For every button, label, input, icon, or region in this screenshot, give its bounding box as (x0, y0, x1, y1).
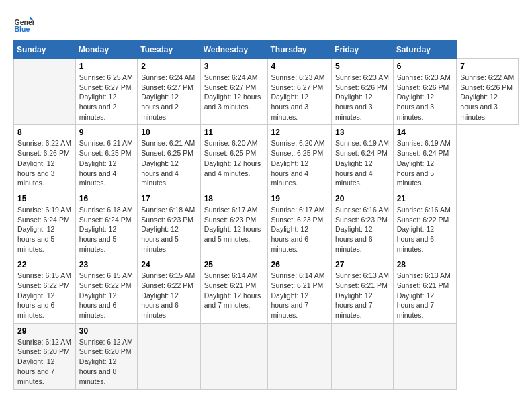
day-number: 3 (204, 62, 264, 71)
day-number: 10 (141, 128, 196, 137)
calendar-cell: 20Sunrise: 6:16 AMSunset: 6:23 PMDayligh… (332, 191, 394, 257)
calendar-cell: 21Sunrise: 6:16 AMSunset: 6:22 PMDayligh… (393, 191, 457, 257)
calendar-cell: 4Sunrise: 6:23 AMSunset: 6:27 PMDaylight… (267, 59, 332, 125)
day-info: Sunrise: 6:14 AMSunset: 6:21 PMDaylight:… (204, 271, 264, 310)
calendar-cell: 25Sunrise: 6:14 AMSunset: 6:21 PMDayligh… (200, 257, 267, 323)
calendar-cell: 7Sunrise: 6:22 AMSunset: 6:26 PMDaylight… (457, 59, 519, 125)
day-number: 2 (141, 62, 196, 71)
day-number: 16 (79, 194, 134, 203)
day-info: Sunrise: 6:21 AMSunset: 6:25 PMDaylight:… (141, 138, 196, 187)
day-number: 25 (204, 260, 264, 269)
calendar-cell: 26Sunrise: 6:14 AMSunset: 6:21 PMDayligh… (267, 257, 332, 323)
day-info: Sunrise: 6:12 AMSunset: 6:20 PMDaylight:… (79, 337, 134, 386)
weekday-header-wednesday: Wednesday (200, 41, 267, 59)
calendar-cell: 8Sunrise: 6:22 AMSunset: 6:26 PMDaylight… (14, 125, 76, 191)
calendar-cell-empty (14, 59, 76, 125)
day-number: 13 (335, 128, 390, 137)
day-number: 22 (17, 260, 72, 269)
day-info: Sunrise: 6:19 AMSunset: 6:24 PMDaylight:… (397, 138, 453, 187)
day-info: Sunrise: 6:15 AMSunset: 6:22 PMDaylight:… (141, 271, 196, 320)
day-info: Sunrise: 6:16 AMSunset: 6:23 PMDaylight:… (335, 205, 390, 254)
day-info: Sunrise: 6:22 AMSunset: 6:26 PMDaylight:… (17, 138, 72, 187)
day-number: 21 (397, 194, 453, 203)
day-info: Sunrise: 6:17 AMSunset: 6:23 PMDaylight:… (271, 205, 328, 254)
day-number: 17 (141, 194, 196, 203)
day-info: Sunrise: 6:24 AMSunset: 6:27 PMDaylight:… (204, 73, 264, 112)
calendar-cell: 10Sunrise: 6:21 AMSunset: 6:25 PMDayligh… (138, 125, 200, 191)
calendar-cell: 6Sunrise: 6:23 AMSunset: 6:26 PMDaylight… (393, 59, 457, 125)
calendar-cell (393, 323, 457, 389)
day-info: Sunrise: 6:14 AMSunset: 6:21 PMDaylight:… (271, 271, 328, 320)
calendar-cell: 28Sunrise: 6:13 AMSunset: 6:21 PMDayligh… (393, 257, 457, 323)
calendar-cell: 1Sunrise: 6:25 AMSunset: 6:27 PMDaylight… (75, 59, 138, 125)
day-number: 29 (17, 326, 72, 336)
calendar-cell: 3Sunrise: 6:24 AMSunset: 6:27 PMDaylight… (200, 59, 267, 125)
day-number: 27 (335, 260, 390, 269)
calendar-cell (200, 323, 267, 389)
day-info: Sunrise: 6:19 AMSunset: 6:24 PMDaylight:… (17, 205, 72, 254)
calendar-cell: 24Sunrise: 6:15 AMSunset: 6:22 PMDayligh… (138, 257, 200, 323)
weekday-header-saturday: Saturday (393, 41, 457, 59)
calendar-cell: 22Sunrise: 6:15 AMSunset: 6:22 PMDayligh… (14, 257, 76, 323)
day-info: Sunrise: 6:24 AMSunset: 6:27 PMDaylight:… (141, 73, 196, 122)
day-info: Sunrise: 6:23 AMSunset: 6:26 PMDaylight:… (397, 73, 453, 122)
calendar-cell (138, 323, 200, 389)
page-header: General Blue (13, 13, 519, 34)
calendar-cell: 11Sunrise: 6:20 AMSunset: 6:25 PMDayligh… (200, 125, 267, 191)
day-number: 15 (17, 194, 72, 203)
weekday-header-sunday: Sunday (14, 41, 76, 59)
day-number: 14 (397, 128, 453, 137)
day-info: Sunrise: 6:15 AMSunset: 6:22 PMDaylight:… (17, 271, 72, 320)
day-number: 24 (141, 260, 196, 269)
calendar-cell: 16Sunrise: 6:18 AMSunset: 6:24 PMDayligh… (75, 191, 138, 257)
calendar-cell: 17Sunrise: 6:18 AMSunset: 6:23 PMDayligh… (138, 191, 200, 257)
day-number: 5 (335, 62, 390, 71)
svg-text:Blue: Blue (15, 25, 30, 33)
calendar-cell: 29Sunrise: 6:12 AMSunset: 6:20 PMDayligh… (14, 323, 76, 389)
day-info: Sunrise: 6:12 AMSunset: 6:20 PMDaylight:… (17, 337, 72, 386)
day-number: 9 (79, 128, 134, 137)
day-info: Sunrise: 6:22 AMSunset: 6:26 PMDaylight:… (460, 73, 515, 122)
weekday-header-friday: Friday (332, 41, 394, 59)
day-number: 7 (460, 62, 515, 71)
day-info: Sunrise: 6:16 AMSunset: 6:22 PMDaylight:… (397, 205, 453, 254)
day-number: 8 (17, 128, 72, 137)
calendar-cell: 14Sunrise: 6:19 AMSunset: 6:24 PMDayligh… (393, 125, 457, 191)
calendar-table: SundayMondayTuesdayWednesdayThursdayFrid… (13, 40, 519, 390)
logo-icon: General Blue (13, 13, 34, 34)
day-info: Sunrise: 6:20 AMSunset: 6:25 PMDaylight:… (204, 138, 264, 178)
calendar-cell: 2Sunrise: 6:24 AMSunset: 6:27 PMDaylight… (138, 59, 200, 125)
weekday-header-monday: Monday (75, 41, 138, 59)
day-info: Sunrise: 6:18 AMSunset: 6:23 PMDaylight:… (141, 205, 196, 254)
calendar-cell: 30Sunrise: 6:12 AMSunset: 6:20 PMDayligh… (75, 323, 138, 389)
day-number: 11 (204, 128, 264, 137)
calendar-cell: 9Sunrise: 6:21 AMSunset: 6:25 PMDaylight… (75, 125, 138, 191)
calendar-cell: 12Sunrise: 6:20 AMSunset: 6:25 PMDayligh… (267, 125, 332, 191)
day-info: Sunrise: 6:23 AMSunset: 6:27 PMDaylight:… (271, 73, 328, 122)
day-info: Sunrise: 6:15 AMSunset: 6:22 PMDaylight:… (79, 271, 134, 320)
weekday-header-tuesday: Tuesday (138, 41, 200, 59)
day-info: Sunrise: 6:23 AMSunset: 6:26 PMDaylight:… (335, 73, 390, 122)
logo: General Blue (13, 13, 34, 34)
day-number: 18 (204, 194, 264, 203)
calendar-cell (332, 323, 394, 389)
day-info: Sunrise: 6:13 AMSunset: 6:21 PMDaylight:… (335, 271, 390, 320)
calendar-cell: 15Sunrise: 6:19 AMSunset: 6:24 PMDayligh… (14, 191, 76, 257)
calendar-cell: 5Sunrise: 6:23 AMSunset: 6:26 PMDaylight… (332, 59, 394, 125)
day-number: 4 (271, 62, 328, 71)
day-number: 28 (397, 260, 453, 269)
day-number: 1 (79, 62, 134, 71)
calendar-cell (267, 323, 332, 389)
day-number: 19 (271, 194, 328, 203)
day-number: 6 (397, 62, 453, 71)
day-info: Sunrise: 6:17 AMSunset: 6:23 PMDaylight:… (204, 205, 264, 244)
day-number: 12 (271, 128, 328, 137)
day-info: Sunrise: 6:13 AMSunset: 6:21 PMDaylight:… (397, 271, 453, 320)
day-number: 20 (335, 194, 390, 203)
day-info: Sunrise: 6:21 AMSunset: 6:25 PMDaylight:… (79, 138, 134, 187)
day-info: Sunrise: 6:19 AMSunset: 6:24 PMDaylight:… (335, 138, 390, 187)
day-info: Sunrise: 6:25 AMSunset: 6:27 PMDaylight:… (79, 73, 134, 122)
day-number: 30 (79, 326, 134, 336)
weekday-header-thursday: Thursday (267, 41, 332, 59)
calendar-cell: 23Sunrise: 6:15 AMSunset: 6:22 PMDayligh… (75, 257, 138, 323)
